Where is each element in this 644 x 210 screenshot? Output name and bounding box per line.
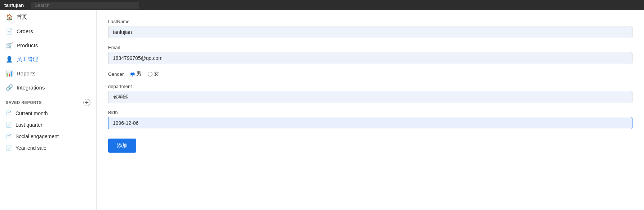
email-label: Email [108, 45, 632, 50]
employee-icon: 👤 [6, 56, 13, 63]
brand-name: tanfujian [4, 3, 24, 8]
department-field: department [108, 84, 632, 103]
saved-report-year-end-sale[interactable]: 📄Year-end sale [0, 142, 96, 154]
sidebar: 🏠首页📄Orders🛒Products👤员工管理📊Reports🔗Integra… [0, 10, 97, 210]
sidebar-item-label: Integrations [17, 84, 45, 91]
email-input[interactable] [108, 52, 632, 64]
sidebar-item-products[interactable]: 🛒Products [0, 38, 96, 52]
birth-label: Birth [108, 110, 632, 115]
sidebar-item-reports[interactable]: 📊Reports [0, 66, 96, 80]
gender-male-option[interactable]: 男 [130, 71, 141, 77]
gender-label: Gender [108, 71, 124, 77]
sidebar-item-label: Reports [17, 70, 36, 76]
saved-report-label: Current month [15, 110, 48, 116]
submit-button[interactable]: 添加 [108, 139, 136, 153]
saved-report-label: Year-end sale [15, 145, 46, 151]
lastname-label: LastName [108, 19, 632, 24]
report-icon: 📄 [6, 134, 12, 139]
birth-input[interactable] [108, 117, 632, 129]
home-icon: 🏠 [6, 14, 13, 21]
saved-report-label: Last quarter [15, 122, 43, 128]
saved-report-current-month[interactable]: 📄Current month [0, 108, 96, 119]
orders-icon: 📄 [6, 28, 13, 35]
lastname-field: LastName [108, 19, 632, 38]
gender-female-label: 女 [154, 71, 159, 77]
sidebar-item-label: Products [17, 42, 38, 48]
saved-report-social-engagement[interactable]: 📄Social engagement [0, 131, 96, 142]
sidebar-item-home[interactable]: 🏠首页 [0, 10, 96, 24]
sidebar-item-employee[interactable]: 👤员工管理 [0, 52, 96, 66]
main-layout: 🏠首页📄Orders🛒Products👤员工管理📊Reports🔗Integra… [0, 10, 644, 210]
sidebar-item-label: 首页 [17, 14, 27, 21]
integrations-icon: 🔗 [6, 84, 13, 91]
department-label: department [108, 84, 632, 89]
search-input[interactable] [31, 2, 139, 9]
sidebar-item-label: 员工管理 [17, 56, 38, 63]
gender-female-radio[interactable] [148, 72, 152, 76]
content-area: LastName Email Gender 男 女 department [97, 10, 644, 210]
saved-report-label: Social engagement [15, 134, 59, 139]
sidebar-item-orders[interactable]: 📄Orders [0, 24, 96, 38]
email-field: Email [108, 45, 632, 64]
reports-icon: 📊 [6, 70, 13, 77]
add-saved-report-button[interactable]: + [83, 99, 90, 106]
report-icon: 📄 [6, 110, 12, 116]
products-icon: 🛒 [6, 42, 13, 49]
birth-field: Birth [108, 110, 632, 129]
gender-field: Gender 男 女 [108, 71, 632, 77]
topbar: tanfujian [0, 0, 644, 10]
report-icon: 📄 [6, 122, 12, 128]
lastname-input[interactable] [108, 26, 632, 38]
saved-report-last-quarter[interactable]: 📄Last quarter [0, 119, 96, 131]
report-icon: 📄 [6, 145, 12, 151]
gender-male-radio[interactable] [130, 72, 135, 76]
gender-female-option[interactable]: 女 [148, 71, 159, 77]
saved-reports-header: SAVED REPORTS [6, 100, 42, 105]
gender-male-label: 男 [136, 71, 141, 77]
saved-reports-list: 📄Current month📄Last quarter📄Social engag… [0, 108, 96, 154]
sidebar-item-integrations[interactable]: 🔗Integrations [0, 80, 96, 95]
department-input[interactable] [108, 91, 632, 103]
sidebar-nav: 🏠首页📄Orders🛒Products👤员工管理📊Reports🔗Integra… [0, 10, 96, 95]
sidebar-item-label: Orders [17, 28, 33, 34]
saved-reports-section: SAVED REPORTS + [0, 95, 96, 108]
